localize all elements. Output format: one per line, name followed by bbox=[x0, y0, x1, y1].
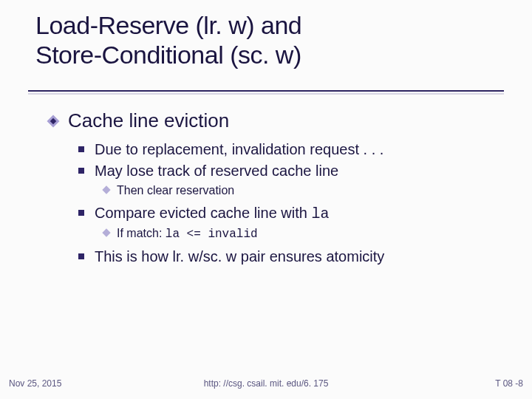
title-line-2: Store-Conditional (sc. w) bbox=[35, 41, 301, 69]
slide-title: Load-Reserve (lr. w) and Store-Condition… bbox=[35, 10, 494, 69]
bullet-level1: Cache line eviction bbox=[49, 109, 507, 132]
square-bullet-icon bbox=[78, 168, 84, 174]
l3-text-mono: la <= invalid bbox=[166, 228, 258, 241]
bullet-level2: This is how lr. w/sc. w pair ensures ato… bbox=[78, 247, 507, 267]
title-underline-shadow bbox=[28, 93, 504, 95]
bullet-level3: Then clear reservation bbox=[103, 183, 507, 199]
l3-text-pre: If match: bbox=[117, 227, 166, 239]
l2-text: Due to replacement, invalidation request… bbox=[95, 141, 383, 157]
bullet-level2: Due to replacement, invalidation request… bbox=[78, 140, 507, 160]
square-bullet-icon bbox=[78, 253, 84, 259]
bullet-level3: If match: la <= invalid bbox=[103, 225, 507, 243]
square-bullet-icon bbox=[78, 146, 84, 152]
small-diamond-bullet-icon bbox=[102, 228, 110, 236]
footer-url: http: //csg. csail. mit. edu/6. 175 bbox=[0, 378, 532, 389]
diamond-bullet-icon bbox=[49, 117, 58, 126]
footer-page: T 08 -8 bbox=[495, 378, 523, 389]
slide: Load-Reserve (lr. w) and Store-Condition… bbox=[0, 0, 532, 399]
square-bullet-icon bbox=[78, 210, 84, 216]
l2-text: May lose track of reserved cache line bbox=[95, 163, 338, 179]
l3-text: Then clear reservation bbox=[117, 184, 234, 197]
bullet-level2: Compare evicted cache line with la bbox=[78, 203, 507, 224]
l2-text-pre: Compare evicted cache line with bbox=[95, 205, 311, 221]
bullet-level2: May lose track of reserved cache line bbox=[78, 161, 507, 181]
slide-body: Cache line eviction Due to replacement, … bbox=[49, 109, 507, 268]
l1-text: Cache line eviction bbox=[68, 109, 229, 132]
small-diamond-bullet-icon bbox=[102, 185, 110, 194]
l2-text: This is how lr. w/sc. w pair ensures ato… bbox=[95, 248, 384, 265]
l2-text-mono: la bbox=[311, 205, 329, 222]
title-line-1: Load-Reserve (lr. w) and bbox=[35, 11, 301, 39]
title-underline bbox=[28, 90, 504, 92]
